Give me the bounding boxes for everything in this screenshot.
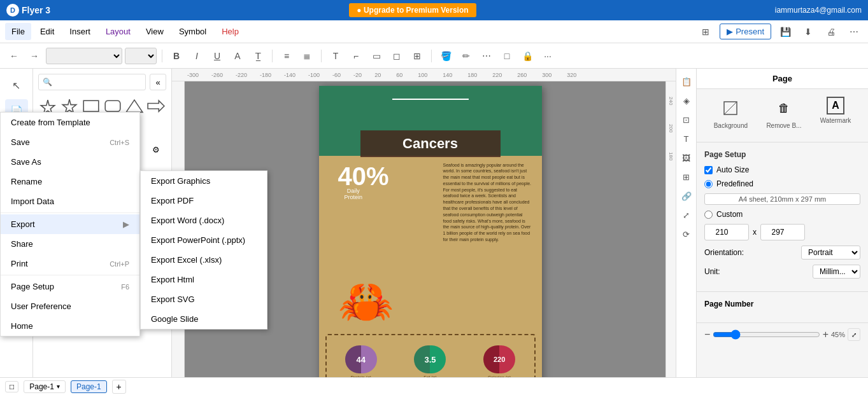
- share-icon[interactable]: ⋯: [845, 23, 863, 41]
- add-page-button[interactable]: +: [112, 380, 126, 394]
- file-home[interactable]: Home: [1, 316, 139, 336]
- watermark-action[interactable]: A Watermark: [820, 97, 851, 129]
- main-layout: Create from Template Save Ctrl+S Save As…: [0, 69, 868, 395]
- sidebar-pointer-tool[interactable]: ↖: [5, 74, 28, 97]
- zoom-in-btn[interactable]: +: [823, 329, 829, 340]
- undo-button[interactable]: ←: [5, 47, 23, 65]
- shape-arrow-right[interactable]: [146, 98, 166, 114]
- menu-layout[interactable]: Layout: [99, 23, 137, 40]
- rs-layers-icon[interactable]: ⊡: [679, 112, 694, 127]
- menu-edit[interactable]: Edit: [34, 23, 60, 40]
- menu-help[interactable]: Help: [215, 23, 245, 40]
- rs-shape-icon[interactable]: ◈: [679, 93, 694, 108]
- right-panel-header: Page: [697, 69, 868, 89]
- file-save[interactable]: Save Ctrl+S: [1, 132, 139, 152]
- present-button[interactable]: ▶ Present: [720, 24, 771, 39]
- font-size-select[interactable]: [125, 48, 157, 64]
- page-indicator[interactable]: □: [5, 381, 18, 392]
- text-box-button[interactable]: T: [327, 47, 345, 65]
- predefined-radio[interactable]: [704, 180, 713, 188]
- zoom-fit-btn[interactable]: ⤢: [848, 328, 860, 341]
- orientation-select[interactable]: Portrait Landscape: [801, 246, 860, 260]
- search-shapes-input[interactable]: 🔍: [38, 74, 146, 90]
- export-pdf[interactable]: Export PDF: [141, 191, 267, 211]
- rs-image-icon[interactable]: 🖼: [679, 150, 694, 165]
- export-html[interactable]: Export Html: [141, 270, 267, 289]
- zoom-row: − + 45% ⤢: [697, 323, 868, 346]
- file-rename-label: Rename: [11, 177, 42, 186]
- align-button[interactable]: ≣: [298, 47, 316, 65]
- shape-gear-c[interactable]: ⚙: [146, 141, 166, 158]
- file-export[interactable]: Export ▶: [1, 214, 139, 234]
- export-google-slide[interactable]: Google Slide: [141, 309, 267, 329]
- nutrient-protein: 44 Protein (g): [345, 345, 377, 380]
- zoom-slider[interactable]: [713, 329, 820, 340]
- border-button[interactable]: □: [498, 47, 516, 65]
- rs-link-icon[interactable]: 🔗: [679, 188, 694, 204]
- frame-button[interactable]: ▭: [367, 47, 385, 65]
- rs-resize-icon[interactable]: ⤢: [679, 207, 694, 223]
- export-xlsx[interactable]: Export Excel (.xlsx): [141, 250, 267, 270]
- remove-bg-action[interactable]: 🗑 Remove B...: [766, 97, 801, 129]
- file-save-as[interactable]: Save As: [1, 152, 139, 172]
- text-shadow-button[interactable]: T̲: [249, 47, 267, 65]
- upgrade-button[interactable]: ● Upgrade to Premium Version: [349, 3, 476, 17]
- menu-icon-1[interactable]: ⊞: [697, 23, 715, 41]
- export-graphics[interactable]: Export Graphics: [141, 171, 267, 191]
- background-action[interactable]: Background: [714, 97, 748, 129]
- lock-button[interactable]: 🔒: [518, 47, 536, 65]
- page-width-input[interactable]: [704, 224, 749, 240]
- rs-layout-icon[interactable]: ⊞: [679, 169, 694, 184]
- zoom-out-btn[interactable]: −: [704, 329, 710, 340]
- unit-select[interactable]: Millim... Inches Pixels: [813, 265, 860, 279]
- right-panel: Page Background 🗑 Remove B... A Watermar…: [696, 69, 868, 395]
- save-icon[interactable]: 💾: [776, 23, 794, 41]
- redo-button[interactable]: →: [25, 47, 43, 65]
- shape-button[interactable]: ◻: [388, 47, 406, 65]
- present-label: Present: [736, 27, 764, 36]
- custom-radio[interactable]: [704, 211, 713, 219]
- rs-page-icon[interactable]: 📋: [679, 74, 694, 89]
- connector-button[interactable]: ⌐: [347, 47, 365, 65]
- font-family-select[interactable]: [46, 48, 122, 64]
- file-print[interactable]: Print Ctrl+P: [1, 254, 139, 274]
- menu-insert[interactable]: Insert: [63, 23, 97, 40]
- file-create-template[interactable]: Create from Template: [1, 113, 139, 132]
- download-icon[interactable]: ⬇: [799, 23, 817, 41]
- shapes-collapse-btn[interactable]: «: [150, 74, 166, 90]
- export-word[interactable]: Export Word (.docx): [141, 211, 267, 230]
- zoom-value: 45%: [831, 331, 845, 338]
- menu-view[interactable]: View: [139, 23, 170, 40]
- page-percent: 40%: [338, 162, 389, 191]
- file-import-data[interactable]: Import Data: [1, 191, 139, 211]
- italic-button[interactable]: I: [188, 47, 206, 65]
- export-svg[interactable]: Export SVG: [141, 289, 267, 309]
- auto-size-checkbox[interactable]: [704, 166, 713, 174]
- pen-button[interactable]: ✏: [457, 47, 475, 65]
- align-left-button[interactable]: ≡: [278, 47, 295, 65]
- menu-symbol[interactable]: Symbol: [173, 23, 213, 40]
- underline-button[interactable]: U: [208, 47, 226, 65]
- file-rename[interactable]: Rename: [1, 172, 139, 191]
- print-icon[interactable]: 🖨: [822, 23, 840, 41]
- page-crab-image: 🦀: [338, 275, 394, 328]
- page-height-input[interactable]: [760, 224, 805, 240]
- file-share[interactable]: Share: [1, 234, 139, 254]
- page-tab-1[interactable]: Page-1 ▾: [24, 380, 66, 393]
- menu-file[interactable]: File: [5, 23, 31, 40]
- remove-bg-icon: 🗑: [772, 97, 795, 120]
- file-page-setup[interactable]: Page Setup F6: [1, 277, 139, 296]
- more-button[interactable]: ···: [539, 47, 557, 65]
- line-style-button[interactable]: ⋯: [478, 47, 495, 65]
- page-tab-2[interactable]: Page-1: [71, 380, 107, 393]
- bold-button[interactable]: B: [167, 47, 185, 65]
- font-color-button[interactable]: A: [229, 47, 246, 65]
- rs-text-icon[interactable]: T: [679, 131, 694, 146]
- export-pptx[interactable]: Export PowerPoint (.pptx): [141, 230, 267, 250]
- rs-history-icon[interactable]: ⟳: [679, 226, 694, 242]
- file-user-preference[interactable]: User Preference: [1, 296, 139, 316]
- fill-button[interactable]: 🪣: [437, 47, 455, 65]
- svg-rect-3: [105, 100, 120, 111]
- custom-row: Custom: [704, 210, 860, 219]
- table-button[interactable]: ⊞: [408, 47, 426, 65]
